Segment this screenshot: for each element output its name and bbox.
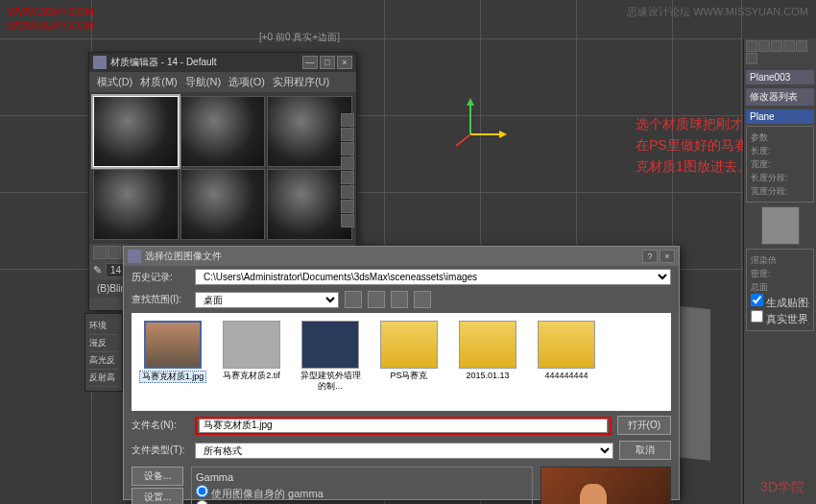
command-panel: Plane003 修改器列表 Plane 参数 长度: 宽度: 长度分段: 宽度… — [743, 38, 816, 504]
cancel-button[interactable]: 取消 — [619, 441, 671, 460]
devices-button[interactable]: 设备... — [132, 467, 183, 486]
file-browser[interactable]: 马赛克材质1.jpg 马赛克材质2.tif 异型建筑外墙理的制... PS马赛克… — [132, 313, 671, 411]
image-preview — [540, 467, 671, 504]
file-item[interactable]: 马赛克材质1.jpg — [139, 321, 206, 383]
svg-marker-3 — [499, 131, 507, 138]
gamma-radio-system[interactable] — [196, 500, 208, 504]
dropper-icon[interactable]: ✎ — [93, 264, 102, 276]
history-select[interactable]: C:\Users\Administrator\Documents\3dsMax\… — [195, 269, 671, 285]
file-item[interactable]: 异型建筑外墙理的制... — [297, 321, 364, 392]
dlg-close-icon[interactable]: × — [660, 250, 675, 263]
back-icon[interactable] — [345, 291, 362, 308]
svg-marker-1 — [467, 98, 474, 106]
file-open-dialog: 选择位图图像文件 ?× 历史记录: C:\Users\Administrator… — [123, 246, 680, 500]
host-name: WWW.3DXY.COM — [8, 6, 94, 17]
close-icon[interactable]: × — [337, 56, 352, 69]
filetype-label: 文件类型(T): — [132, 444, 189, 457]
view-icon[interactable] — [414, 291, 431, 308]
min-icon[interactable]: — — [302, 56, 318, 69]
object-name[interactable]: Plane003 — [746, 70, 814, 84]
dlg-title: 选择位图图像文件 — [145, 250, 642, 263]
panel-tabs[interactable] — [744, 38, 816, 66]
annotation-text: 选个材质球把刚才在PS里做好的马赛克材质1图放进去。 — [636, 113, 751, 177]
filename-label: 文件名(N): — [132, 419, 189, 432]
filetype-select[interactable]: 所有格式 — [195, 443, 613, 459]
material-slot[interactable] — [180, 169, 266, 240]
dlg-title-bar[interactable]: 选择位图图像文件 ?× — [124, 247, 679, 266]
history-label: 历史记录: — [132, 271, 189, 284]
mat-app-icon — [93, 56, 107, 69]
open-button[interactable]: 打开(O) — [617, 416, 671, 435]
material-slot[interactable] — [180, 96, 266, 167]
material-slot[interactable] — [267, 96, 352, 167]
material-slot[interactable] — [93, 96, 179, 167]
scope-label: 查找范围(I): — [132, 293, 189, 306]
cb-realworld[interactable] — [751, 310, 763, 323]
file-item[interactable]: 444444444 — [533, 321, 600, 381]
mat-title-bar[interactable]: 材质编辑器 - 14 - Default —□× — [89, 53, 356, 72]
mat-title: 材质编辑器 - 14 - Default — [110, 56, 302, 69]
scope-select[interactable]: 桌面 — [195, 292, 339, 308]
up-icon[interactable] — [368, 291, 385, 308]
preview-cube-icon — [761, 206, 800, 245]
mat-vtools[interactable] — [341, 113, 354, 228]
max-icon[interactable]: □ — [320, 56, 335, 69]
params-rollout: 参数 长度: 宽度: 长度分段: 宽度分段: — [746, 126, 814, 203]
dlg-app-icon — [128, 250, 141, 263]
dlg-help-icon[interactable]: ? — [642, 250, 658, 263]
file-item[interactable]: 2015.01.13 — [454, 321, 521, 381]
watermark-logo: 3D学院 — [760, 479, 804, 496]
material-slots — [89, 92, 356, 244]
file-item[interactable]: PS马赛克 — [375, 321, 443, 381]
header-bar: WWW.3DXY.COM 思缘设计论坛 WWW.MISSYUAN.COM — [0, 0, 816, 23]
gamma-group: Gamma 使用图像自身的 gamma 使用系统默认 gamma 覆盖 — [191, 467, 533, 504]
svg-line-4 — [456, 134, 470, 146]
newfolder-icon[interactable] — [391, 291, 408, 308]
watermark-top: WWW.3DXY.COM — [8, 19, 94, 31]
render-rollout: 渲染倍 密度: 总面 生成贴图坐标 真实世界贴 — [746, 249, 814, 331]
material-slot[interactable] — [267, 169, 352, 240]
viewport-label[interactable]: [+0 前0 真实+边面] — [259, 31, 340, 44]
modifier-item[interactable]: Plane — [746, 109, 814, 124]
mat-menu[interactable]: 模式(D) 材质(M) 导航(N) 选项(O) 实用程序(U) — [89, 72, 356, 92]
site-name: 思缘设计论坛 WWW.MISSYUAN.COM — [627, 5, 808, 19]
cb-genmap[interactable] — [751, 294, 763, 306]
filename-input[interactable] — [199, 419, 608, 433]
setup-button[interactable]: 设置... — [132, 488, 183, 504]
maps-rollout: 环境 漫反 高光反 反射高 — [84, 313, 123, 392]
material-slot[interactable] — [93, 169, 179, 240]
gamma-radio-image[interactable] — [196, 485, 208, 497]
modifier-list-header[interactable]: 修改器列表 — [746, 88, 814, 106]
coord-gizmo[interactable] — [451, 96, 509, 154]
file-item[interactable]: 马赛克材质2.tif — [218, 321, 285, 381]
